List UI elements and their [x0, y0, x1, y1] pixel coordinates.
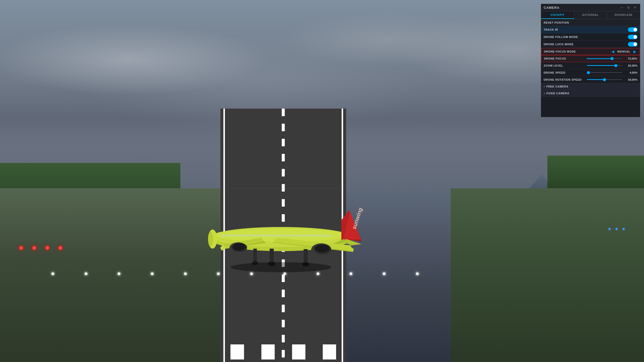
drone-focus-mode-row: DRONE FOCUS MODE ◀ MANUAL ▶ — [541, 48, 640, 55]
drone-speed-row: DRONE SPEED 4,00% — [541, 69, 640, 76]
drone-lock-row: DRONE LOCK MODE — [541, 41, 640, 48]
drone-speed-slider-container: 4,00% — [587, 71, 637, 74]
drone-lock-label: DRONE LOCK MODE — [544, 43, 628, 46]
grass-right — [451, 188, 644, 362]
free-camera-section[interactable]: ▾ FREE CAMERA — [541, 83, 640, 90]
aircraft: sunwing — [180, 171, 382, 297]
restore-button[interactable]: ⧉ — [626, 6, 631, 10]
svg-point-17 — [233, 243, 245, 250]
svg-point-20 — [315, 245, 329, 252]
panel-body: RESET POSITION TRACK IR DRONE FOLLOW MOD… — [541, 19, 640, 117]
drone-speed-slider-fill — [587, 72, 588, 73]
tab-cockpit[interactable]: COCKPIT — [541, 11, 574, 19]
drone-focus-mode-next[interactable]: ▶ — [632, 50, 637, 54]
drone-focus-mode-value: MANUAL — [616, 50, 631, 53]
svg-text:sunwing: sunwing — [351, 207, 364, 230]
zoom-level-row: ZOOM LEVEL 82,00% — [541, 62, 640, 69]
drone-rotation-speed-label: DRONE ROTATION SPEED — [544, 78, 587, 81]
reset-position-row[interactable]: RESET POSITION — [541, 19, 640, 26]
drone-focus-slider-thumb[interactable] — [611, 57, 614, 60]
drone-focus-mode-label: DRONE FOCUS MODE — [544, 50, 611, 53]
fixed-camera-section[interactable]: ▾ FIXED CAMERA — [541, 90, 640, 97]
free-camera-chevron: ▾ — [544, 85, 545, 88]
drone-speed-slider-thumb[interactable] — [587, 71, 590, 74]
svg-point-30 — [231, 262, 331, 272]
drone-speed-value: 4,00% — [624, 71, 637, 74]
zoom-level-slider-thumb[interactable] — [614, 64, 617, 67]
panel-title: CAMERA — [544, 6, 559, 10]
drone-follow-label: DRONE FOLLOW MODE — [544, 35, 628, 38]
track-ir-row: TRACK IR — [541, 26, 640, 33]
drone-focus-value: 72,00% — [623, 57, 637, 60]
drone-rotation-speed-value: 50,00% — [624, 78, 637, 81]
drone-follow-row: DRONE FOLLOW MODE — [541, 33, 640, 41]
camera-panel: CAMERA — ⧉ ✕ COCKPIT EXTERNAL SHOWCASE R… — [541, 4, 640, 117]
minimize-button[interactable]: — — [619, 6, 624, 10]
drone-speed-label: DRONE SPEED — [544, 71, 587, 74]
panel-titlebar: CAMERA — ⧉ ✕ — [541, 4, 640, 11]
drone-focus-slider-fill — [587, 58, 612, 59]
zoom-level-slider-container: 82,00% — [587, 64, 637, 67]
drone-focus-mode-prev[interactable]: ◀ — [611, 50, 615, 54]
drone-focus-mode-selector: ◀ MANUAL ▶ — [611, 50, 637, 54]
reset-position-label: RESET POSITION — [544, 21, 637, 24]
drone-follow-toggle[interactable] — [628, 35, 637, 39]
drone-focus-slider-container: 72,00% — [587, 57, 637, 60]
svg-rect-23 — [221, 235, 331, 237]
svg-marker-14 — [350, 247, 354, 252]
drone-focus-row: DRONE FOCUS 72,00% — [541, 55, 640, 62]
drone-rotation-speed-slider-track[interactable] — [587, 79, 622, 80]
drone-rotation-speed-row: DRONE ROTATION SPEED 50,00% — [541, 76, 640, 83]
drone-rotation-speed-slider-container: 50,00% — [587, 78, 637, 81]
free-camera-label: FREE CAMERA — [546, 85, 568, 88]
zoom-level-value: 82,00% — [624, 64, 637, 67]
tab-bar: COCKPIT EXTERNAL SHOWCASE — [541, 11, 640, 19]
drone-rotation-speed-slider-fill — [587, 79, 605, 80]
panel-spacer — [541, 97, 640, 117]
svg-point-22 — [208, 232, 213, 247]
drone-speed-slider-track[interactable] — [587, 72, 622, 73]
track-ir-toggle[interactable] — [628, 27, 637, 32]
svg-rect-24 — [253, 249, 257, 262]
drone-focus-label: DRONE FOCUS — [544, 57, 587, 60]
svg-rect-28 — [304, 249, 308, 264]
drone-focus-slider-track[interactable] — [587, 58, 622, 59]
close-button[interactable]: ✕ — [632, 6, 637, 10]
fixed-camera-label: FIXED CAMERA — [546, 92, 569, 95]
drone-lock-toggle[interactable] — [628, 42, 637, 47]
fixed-camera-chevron: ▾ — [544, 92, 545, 95]
tab-external[interactable]: EXTERNAL — [574, 11, 607, 19]
red-lights-left — [19, 246, 62, 250]
svg-rect-26 — [270, 249, 274, 263]
track-ir-label: TRACK IR — [544, 28, 628, 31]
zoom-level-label: ZOOM LEVEL — [544, 64, 587, 67]
drone-rotation-speed-slider-thumb[interactable] — [603, 78, 606, 81]
runway-lights-far — [609, 228, 625, 230]
zoom-level-slider-track[interactable] — [587, 65, 622, 66]
titlebar-buttons: — ⧉ ✕ — [619, 6, 637, 10]
tab-showcase[interactable]: SHOWCASE — [607, 11, 640, 19]
zoom-level-slider-fill — [587, 65, 616, 66]
